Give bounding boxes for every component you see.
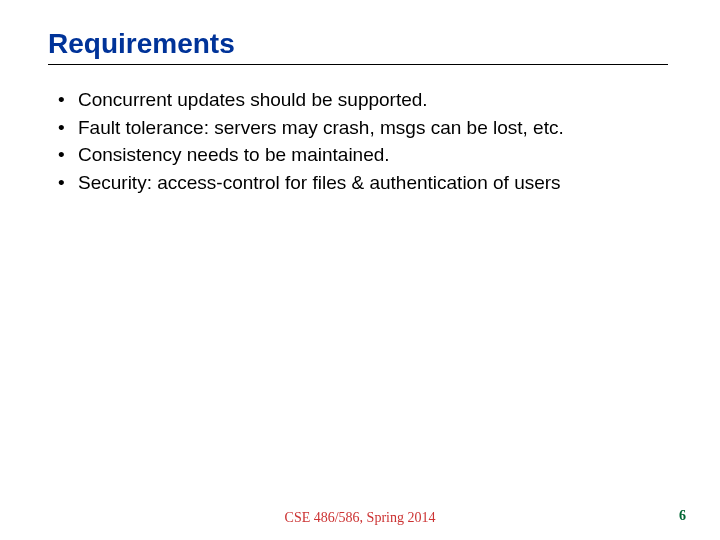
bullet-item: Consistency needs to be maintained. [58,142,672,168]
bullet-item: Fault tolerance: servers may crash, msgs… [58,115,672,141]
bullet-item: Security: access-control for files & aut… [58,170,672,196]
bullet-item: Concurrent updates should be supported. [58,87,672,113]
slide-title: Requirements [48,28,672,60]
footer-text: CSE 486/586, Spring 2014 [285,510,436,526]
bullet-list: Concurrent updates should be supported. … [48,87,672,196]
footer: CSE 486/586, Spring 2014 [0,510,720,526]
title-underline [48,64,668,65]
slide-container: Requirements Concurrent updates should b… [0,0,720,540]
page-number: 6 [679,508,686,524]
